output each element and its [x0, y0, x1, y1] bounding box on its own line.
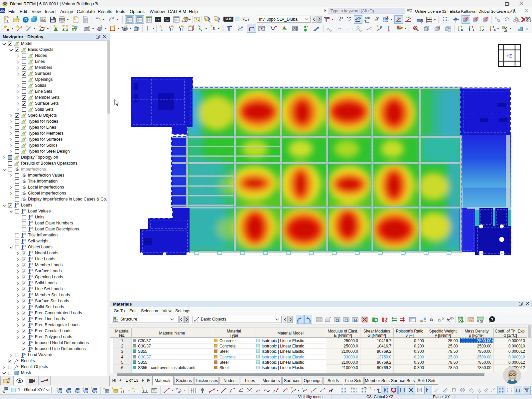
svg-text:6: 6	[178, 391, 180, 394]
svg-text:fx: fx	[438, 318, 442, 323]
svg-text:fx: fx	[430, 317, 434, 322]
svg-text:X: X	[461, 28, 463, 32]
svg-text:fx: fx	[447, 318, 450, 323]
svg-text:?: ?	[491, 317, 493, 322]
svg-text:I: I	[197, 320, 198, 322]
svg-text:x.xx: x.xx	[406, 16, 411, 18]
svg-text:x.xx: x.xx	[347, 16, 351, 19]
svg-text:I: I	[30, 29, 30, 32]
svg-text:I: I	[201, 29, 201, 32]
svg-text:6: 6	[4, 3, 6, 6]
svg-text:D: D	[24, 17, 27, 22]
svg-text:Z: Z	[482, 28, 484, 32]
svg-text:2: 2	[176, 387, 178, 391]
svg-text:0.00: 0.00	[477, 320, 483, 323]
svg-text:+Z: +Z	[506, 53, 512, 59]
svg-text:XLS: XLS	[459, 317, 462, 319]
svg-text:x.xx: x.xx	[365, 17, 370, 19]
svg-text:-Y: -Y	[471, 28, 474, 32]
svg-text:-X: -X	[493, 28, 496, 32]
svg-text:sc: sc	[166, 19, 169, 21]
svg-text:>>: >>	[156, 18, 159, 21]
svg-text:ab: ab	[420, 319, 423, 322]
svg-text:x: x	[134, 390, 136, 393]
